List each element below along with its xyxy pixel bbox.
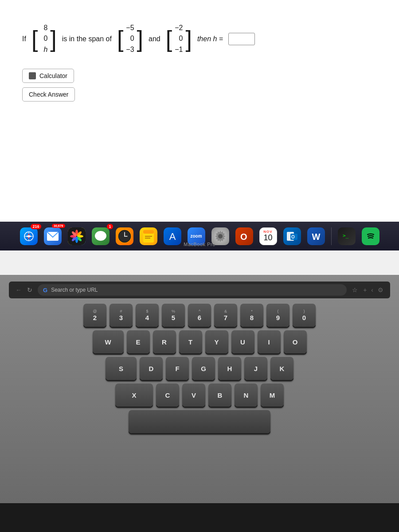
dock-safari[interactable]: 216 bbox=[18, 226, 39, 247]
key-space[interactable] bbox=[129, 410, 270, 433]
dock-office[interactable]: O bbox=[234, 226, 255, 247]
key-5-main: 5 bbox=[172, 314, 175, 321]
key-d-label: D bbox=[149, 365, 154, 372]
key-0-symbol: ) bbox=[304, 309, 305, 313]
key-g[interactable]: G bbox=[192, 357, 215, 380]
dock-clock[interactable] bbox=[114, 226, 135, 247]
refresh-icon[interactable]: ↻ bbox=[27, 286, 32, 293]
v3-r2: 0 bbox=[176, 34, 183, 43]
office-icon: O bbox=[235, 227, 253, 245]
bookmark-icon[interactable]: ☆ bbox=[352, 286, 358, 293]
svg-text:W: W bbox=[312, 232, 320, 242]
key-b-label: B bbox=[218, 391, 223, 399]
key-s[interactable]: S bbox=[106, 357, 137, 380]
safari-icon bbox=[20, 227, 38, 245]
dock: 216 30,679 bbox=[0, 222, 399, 250]
key-0-main: 0 bbox=[302, 314, 306, 321]
key-r-label: R bbox=[162, 338, 167, 346]
then-h-label: then h = bbox=[197, 35, 223, 43]
gear-icon-small[interactable]: ⚙ bbox=[378, 286, 383, 293]
dock-spotify[interactable] bbox=[360, 226, 381, 247]
back-arrow-icon[interactable]: ← bbox=[16, 286, 22, 293]
screen: If [ 8 0 h ] is in the span of [ −5 0 bbox=[0, 0, 399, 275]
math-problem: If [ 8 0 h ] is in the span of [ −5 0 bbox=[22, 22, 377, 55]
key-8-symbol: * bbox=[251, 309, 253, 313]
answer-input[interactable] bbox=[228, 33, 255, 45]
right-bracket-2: ] bbox=[137, 27, 143, 51]
toolbar-icons: + ‹ ⚙ bbox=[363, 286, 383, 293]
key-f[interactable]: F bbox=[166, 357, 189, 380]
if-label: If bbox=[22, 35, 26, 43]
url-bar[interactable]: ← ↻ G Search or type URL ☆ + ‹ ⚙ bbox=[9, 282, 390, 298]
and-text: and bbox=[149, 35, 160, 43]
key-b[interactable]: B bbox=[208, 383, 231, 407]
dock-photos[interactable] bbox=[66, 226, 87, 247]
dock-word[interactable]: W bbox=[305, 226, 327, 247]
vector1-col: 8 0 h bbox=[38, 22, 50, 55]
key-h[interactable]: H bbox=[218, 357, 241, 380]
right-bracket-3: ] bbox=[185, 27, 192, 51]
key-c[interactable]: C bbox=[156, 383, 179, 407]
key-w[interactable]: W bbox=[93, 330, 124, 353]
key-y[interactable]: Y bbox=[205, 330, 228, 353]
v1-r2: 0 bbox=[40, 34, 47, 43]
key-3[interactable]: # 3 bbox=[110, 304, 133, 327]
key-u[interactable]: U bbox=[231, 330, 254, 353]
svg-text:A: A bbox=[169, 231, 176, 242]
dock-messages[interactable]: 1 bbox=[90, 226, 111, 247]
key-8[interactable]: * 8 bbox=[240, 304, 263, 327]
key-n-label: N bbox=[244, 391, 249, 399]
key-o[interactable]: O bbox=[284, 330, 307, 353]
appstore-icon: A bbox=[164, 227, 181, 245]
dock-outlook[interactable]: O bbox=[282, 226, 303, 247]
key-i[interactable]: I bbox=[258, 330, 281, 353]
key-7[interactable]: & 7 bbox=[214, 304, 237, 327]
key-n[interactable]: N bbox=[235, 383, 258, 407]
url-input-area[interactable]: G Search or type URL bbox=[38, 284, 347, 296]
calculator-icon bbox=[29, 72, 36, 79]
check-answer-button[interactable]: Check Answer bbox=[22, 87, 75, 102]
clock-icon bbox=[116, 227, 133, 245]
dock-mail[interactable]: 30,679 bbox=[42, 226, 63, 247]
svg-marker-4 bbox=[26, 235, 32, 238]
photos-icon bbox=[68, 227, 86, 245]
key-7-symbol: & bbox=[224, 309, 227, 313]
safari-badge: 216 bbox=[31, 224, 41, 229]
chevron-icon[interactable]: ‹ bbox=[371, 286, 373, 293]
key-t[interactable]: T bbox=[179, 330, 202, 353]
keyboard-rows: @ 2 # 3 $ 4 % 5 ^ 6 & 7 bbox=[9, 304, 390, 433]
outlook-icon: O bbox=[283, 227, 301, 245]
calculator-button[interactable]: Calculator bbox=[22, 69, 74, 83]
key-x[interactable]: X bbox=[115, 383, 153, 407]
google-g-icon: G bbox=[43, 287, 47, 293]
terminal-icon: >_ bbox=[338, 227, 356, 245]
left-bracket-3: [ bbox=[166, 27, 172, 51]
add-tab-icon[interactable]: + bbox=[363, 286, 367, 293]
key-w-label: W bbox=[105, 338, 111, 346]
v1-r3: h bbox=[40, 45, 47, 55]
key-j[interactable]: J bbox=[244, 357, 267, 380]
calculator-label: Calculator bbox=[39, 72, 67, 79]
dock-calendar[interactable]: NOV 10 bbox=[258, 226, 279, 247]
key-0[interactable]: ) 0 bbox=[293, 304, 316, 327]
vector2-col: −5 0 −3 bbox=[123, 22, 137, 55]
dock-appstore[interactable]: A bbox=[162, 226, 183, 247]
key-v[interactable]: V bbox=[182, 383, 205, 407]
key-u-label: U bbox=[240, 338, 245, 346]
key-d[interactable]: D bbox=[140, 357, 163, 380]
key-5[interactable]: % 5 bbox=[162, 304, 185, 327]
key-t-label: T bbox=[188, 338, 192, 346]
key-4[interactable]: $ 4 bbox=[136, 304, 159, 327]
v3-r3: −1 bbox=[175, 45, 183, 55]
dock-terminal[interactable]: >_ bbox=[336, 226, 357, 247]
key-6[interactable]: ^ 6 bbox=[188, 304, 211, 327]
key-k[interactable]: K bbox=[270, 357, 293, 380]
key-r[interactable]: R bbox=[153, 330, 176, 353]
key-m[interactable]: M bbox=[261, 383, 284, 407]
key-9-main: 9 bbox=[276, 314, 280, 321]
key-8-main: 8 bbox=[250, 314, 254, 321]
key-2[interactable]: @ 2 bbox=[83, 304, 106, 327]
key-9[interactable]: ( 9 bbox=[266, 304, 289, 327]
key-e[interactable]: E bbox=[127, 330, 150, 353]
dock-notes[interactable] bbox=[138, 226, 159, 247]
